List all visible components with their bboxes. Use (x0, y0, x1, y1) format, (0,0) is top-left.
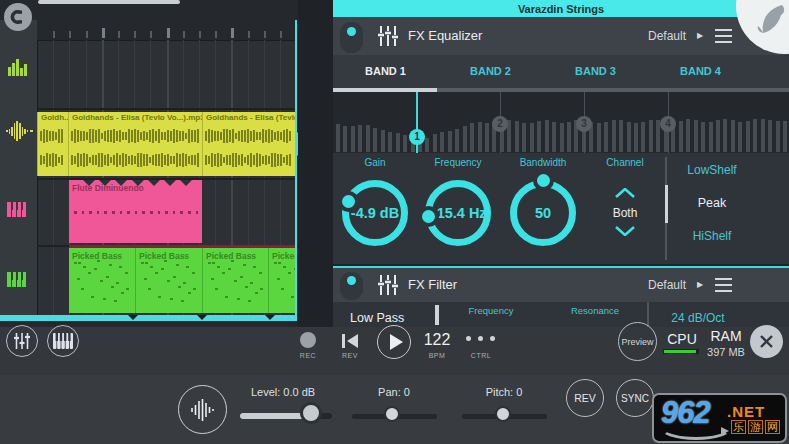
channel-down-chevron[interactable] (614, 226, 636, 236)
track-icon-drums[interactable] (8, 58, 30, 76)
play-button[interactable] (377, 325, 411, 359)
eq-spectrum-graph[interactable] (333, 92, 789, 154)
clip-label: Goldhands - Elisa (Tevlo Vo...).mp3 (72, 113, 202, 122)
audio-clip-goldhands-2[interactable]: Goldhands - Elisa (Tevlo Vo...).mp3 (68, 112, 202, 176)
close-button[interactable] (750, 325, 783, 358)
bandwidth-value: 50 (535, 205, 551, 221)
panel-gap (298, 0, 333, 327)
bpm-value[interactable]: 122 (420, 331, 454, 349)
fx-filter-enable-toggle[interactable] (340, 272, 363, 300)
gain-value: -4.9 dB (351, 205, 399, 221)
filter-preset-name[interactable]: Default (648, 278, 686, 292)
sync-button[interactable]: SYNC (616, 379, 654, 417)
ram-label: RAM (704, 328, 748, 344)
shelf-option-peak[interactable]: Peak (668, 196, 756, 210)
shelf-option-hishelf[interactable]: HiShelf (668, 229, 756, 243)
eq-menu-button[interactable] (715, 28, 735, 46)
channel-value[interactable]: Both (595, 206, 655, 220)
pattern-clip-flute[interactable]: Flute Diminuendo (69, 180, 202, 243)
track-icon-piano-pink[interactable] (7, 202, 30, 217)
close-icon (759, 334, 774, 349)
watermark-net: .NET (727, 403, 765, 420)
toggle-led (347, 276, 356, 285)
fx-equalizer-enable-toggle[interactable] (340, 22, 363, 53)
reverse-label: REV (574, 392, 596, 404)
clip-label: Goldhands - Elisa (Tevlo (206, 113, 296, 122)
pattern-clip-bass-3[interactable]: Picked Bass (202, 248, 268, 313)
preview-label: Preview (621, 337, 653, 347)
band2-marker[interactable]: 2 (492, 116, 508, 132)
level-slider-knob[interactable] (300, 402, 322, 424)
magnet-icon (10, 9, 26, 25)
preview-button[interactable]: Preview (618, 322, 657, 361)
gain-knob-dot (338, 191, 359, 212)
filter-mode-scrollbar[interactable] (435, 305, 439, 325)
waveform-icon (190, 398, 216, 422)
cpu-label: CPU (662, 331, 702, 347)
pattern-clip-bass-4[interactable]: Picked Bass (268, 248, 296, 313)
eq-preset-name[interactable]: Default (648, 29, 686, 43)
filter-icon (377, 274, 399, 296)
fx-filter-title: FX Filter (408, 277, 457, 292)
band4-marker[interactable]: 4 (660, 116, 676, 132)
tab-band4[interactable]: BAND 4 (648, 55, 753, 88)
piano-keys-icon (53, 333, 73, 349)
pattern-clip-bass-1[interactable]: Picked Bass (69, 248, 135, 313)
channel-name: Varazdin Strings (518, 3, 604, 15)
pan-slider-knob[interactable] (384, 406, 400, 422)
sync-label: SYNC (621, 393, 649, 404)
rewind-button[interactable] (342, 334, 359, 348)
audio-clip-goldhands-1[interactable]: Goldh... (37, 112, 68, 176)
sample-button[interactable] (178, 385, 227, 434)
play-icon (390, 334, 403, 350)
pattern-clip-bass-2[interactable]: Picked Bass (135, 248, 202, 313)
record-label: REC (294, 352, 322, 359)
tab-band3[interactable]: BAND 3 (543, 55, 648, 88)
reverse-button[interactable]: REV (566, 379, 604, 417)
filter-menu-button[interactable] (715, 277, 735, 295)
track-icon-piano-green[interactable] (7, 272, 30, 287)
rewind-icon (342, 334, 345, 348)
mixer-sliders-icon (13, 332, 31, 350)
cpu-meter-fill (664, 350, 696, 353)
channel-up-chevron[interactable] (614, 188, 636, 198)
channel-header-bar[interactable]: Varazdin Strings (333, 0, 789, 17)
pitch-label: Pitch: 0 (454, 386, 554, 398)
pitch-slider-knob[interactable] (495, 406, 511, 422)
watermark: 962 .NET 乐游网 (652, 393, 787, 443)
track-icon-audio-waveform[interactable] (6, 120, 32, 142)
gain-knob[interactable]: -4.9 dB (342, 180, 408, 246)
tab-band1[interactable]: BAND 1 (333, 55, 438, 88)
gain-label: Gain (345, 157, 405, 168)
keyboard-button[interactable] (47, 325, 79, 357)
filter-preset-arrow-icon[interactable]: ▶ (697, 280, 703, 289)
eq-preset-arrow-icon[interactable]: ▶ (697, 31, 703, 40)
band1-marker[interactable]: 1 (409, 129, 425, 145)
ctrl-label: CTRL (467, 352, 495, 359)
ctrl-button[interactable] (465, 334, 497, 344)
playlist-bottom-scrollbar[interactable] (0, 315, 296, 321)
watermark-cn: 乐游网 (730, 420, 781, 435)
toggle-led (347, 27, 356, 36)
snap-button[interactable] (4, 3, 32, 31)
equalizer-icon (377, 25, 399, 47)
tab-band2[interactable]: BAND 2 (438, 55, 543, 88)
filter-slope-divider (647, 302, 649, 327)
record-button[interactable] (300, 332, 316, 348)
frequency-knob-dot (418, 206, 439, 227)
shelf-option-lowshelf[interactable]: LowShelf (668, 163, 756, 177)
cpu-meter-track (663, 349, 699, 354)
audio-clip-goldhands-3[interactable]: Goldhands - Elisa (Tevlo (202, 112, 296, 176)
filter-slope-value[interactable]: 24 dB/Oct (660, 311, 736, 325)
bandwidth-label: Bandwidth (513, 157, 573, 168)
mixer-button[interactable] (6, 325, 38, 357)
playhead-line[interactable] (295, 20, 297, 321)
playlist-h-scrollbar[interactable] (38, 0, 180, 4)
band3-marker[interactable]: 3 (576, 116, 592, 132)
fx-equalizer-title: FX Equalizer (408, 28, 482, 43)
fl-studio-mobile-app: Goldh... Goldhands - Elisa (Tevlo Vo...)… (0, 0, 789, 444)
rewind-label: REV (336, 352, 364, 359)
filter-mode[interactable]: Low Pass (350, 311, 404, 325)
filter-resonance-label: Resonance (563, 305, 627, 316)
ctrl-dots-icon (466, 336, 471, 341)
